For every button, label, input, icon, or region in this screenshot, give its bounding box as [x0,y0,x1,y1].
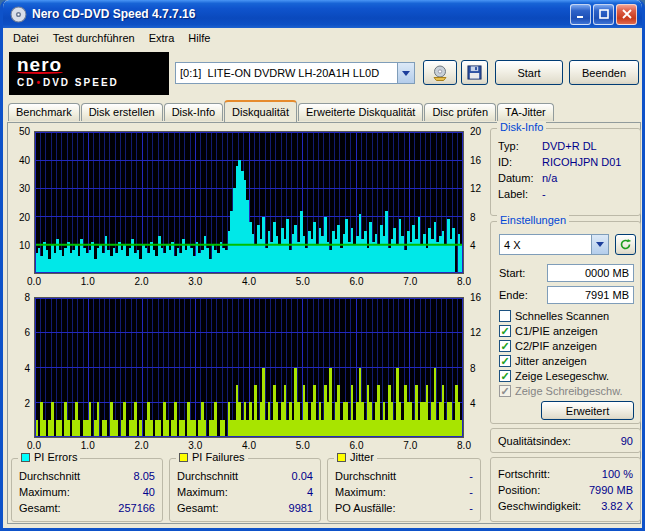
end-position-field[interactable]: 7991 MB [547,286,634,304]
x-axis-tick-label: 0.0 [27,440,41,451]
x-axis-tick-label: 0.0 [27,276,41,287]
x-axis-tick-label: 5.0 [296,440,310,451]
checkbox-zeige-lesegeschw[interactable]: ✓Zeige Lesegeschw. [499,368,634,383]
stat-row: Maximum:4 [177,484,313,500]
stat-row: Gesamt:9981 [177,500,313,516]
eject-disc-button[interactable] [423,60,457,85]
stat-row: Maximum:40 [19,484,155,500]
logo-dvd: DVD [43,77,70,88]
menu-extra[interactable]: Extra [142,29,182,47]
checkbox-box: ✓ [499,370,511,382]
y-axis-tick-label: 10 [19,240,30,251]
pi-errors-legend-swatch [21,453,30,462]
progress-rows: Fortschritt:100 %Position:7990 MBGeschwi… [498,466,633,514]
save-button[interactable] [461,60,488,85]
start-button[interactable]: Start [495,60,563,85]
chevron-down-icon [596,242,604,247]
pi-errors-plot-area [34,131,464,274]
maximize-button[interactable] [593,4,614,25]
quality-index-label: Qualitätsindex: [498,435,571,447]
nero-brand-text: nero [17,55,161,74]
refresh-icon [619,238,632,251]
nero-logo: nero CD•DVD SPEED [9,52,169,95]
tab-ta-jitter[interactable]: TA-Jitter [497,103,554,121]
pi-failures-chart: 8642 161284 0.01.02.03.04.05.06.07.08.0 [11,297,487,453]
progress-row: Fortschritt:100 % [498,466,633,482]
checkbox-schnelles-scannen[interactable]: Schnelles Scannen [499,308,634,323]
progress-row: Geschwindigkeit:3.82 X [498,498,633,514]
disk-info-row: Datum:n/a [498,170,633,186]
start-position-field[interactable]: 0000 MB [547,264,634,282]
disk-info-group: Disk-Info Typ:DVD+R DLID:RICOHJPN D01Dat… [490,128,641,216]
x-axis-tick-label: 7.0 [403,276,417,287]
quality-index-value: 90 [621,435,633,447]
y-axis-tick-label: 50 [19,126,30,137]
drive-select-dropdown-button[interactable] [397,63,414,83]
tab-erweiterte-diskqualität[interactable]: Erweiterte Diskqualität [298,103,423,121]
progress-row: Position:7990 MB [498,482,633,498]
drive-select[interactable]: [0:1] LITE-ON DVDRW LH-20A1H LL0D [175,62,415,84]
checkbox-zeige-schreibgeschw[interactable]: ✓Zeige Schreibgeschw. [499,383,634,398]
pi-failures-left-axis: 8642 [11,297,32,438]
settings-title: Einstellungen [497,214,569,226]
close-button[interactable] [616,4,637,25]
menu-hilfe[interactable]: Hilfe [181,29,217,47]
y-axis-tick-label: 12 [470,183,481,194]
y-axis-tick-label: 8 [470,362,476,373]
y-axis-tick-label: 30 [19,183,30,194]
x-axis-tick-label: 2.0 [135,440,149,451]
pi-errors-left-axis: 5040302010 [11,131,32,274]
x-axis-tick-label: 3.0 [188,276,202,287]
tab-disc-prüfen[interactable]: Disc prüfen [424,103,496,121]
title-bar[interactable]: Nero CD-DVD Speed 4.7.7.16 [3,0,642,28]
logo-cd: CD [17,77,35,88]
y-axis-tick-label: 4 [24,362,30,373]
x-axis-tick-label: 8.0 [457,440,471,451]
quit-button[interactable]: Beenden [569,60,639,85]
y-axis-tick-label: 20 [19,211,30,222]
logo-speed: SPEED [70,77,119,88]
y-axis-tick-label: 16 [470,292,481,303]
tab-disk-erstellen[interactable]: Disk erstellen [81,103,163,121]
x-axis-tick-label: 7.0 [403,440,417,451]
minimize-button[interactable] [570,4,591,25]
pi-errors-x-axis: 0.01.02.03.04.05.06.07.08.0 [34,276,464,288]
disk-info-row: Label:- [498,186,633,202]
y-axis-tick-label: 8 [24,292,30,303]
checkbox-box: ✓ [499,340,511,352]
stat-row: Gesamt:257166 [19,500,155,516]
menu-test-durchführen[interactable]: Test durchführen [46,29,142,47]
stat-row: Maximum:- [335,484,473,500]
pi-errors-chart: 5040302010 20161284 0.01.02.03.04.05.06.… [11,131,487,289]
advanced-button[interactable]: Erweitert [541,401,634,420]
logo-dot: • [36,77,42,88]
cd-disc-icon [10,6,27,23]
checkbox-c1-pie-anzeigen[interactable]: ✓C1/PIE anzeigen [499,323,634,338]
checkbox-jitter-anzeigen[interactable]: ✓Jitter anzeigen [499,353,634,368]
scan-speed-dropdown-button[interactable] [591,235,608,254]
window-title: Nero CD-DVD Speed 4.7.7.16 [32,7,570,21]
scan-speed-value: 4 X [500,239,591,251]
x-axis-tick-label: 3.0 [188,440,202,451]
tab-strip: BenchmarkDisk erstellenDisk-InfoDiskqual… [8,100,555,123]
tab-disk-info[interactable]: Disk-Info [164,103,223,121]
scan-speed-select[interactable]: 4 X [499,234,609,255]
y-axis-tick-label: 4 [470,240,476,251]
y-axis-tick-label: 16 [470,154,481,165]
disc-hand-icon [429,65,451,81]
tab-diskqualität[interactable]: Diskqualität [224,100,297,122]
refresh-button[interactable] [615,234,636,255]
x-axis-tick-label: 1.0 [81,276,95,287]
disk-info-rows: Typ:DVD+R DLID:RICOHJPN D01Datum:n/aLabe… [498,138,633,202]
stat-row: Durchschnitt8.05 [19,468,155,484]
x-axis-tick-label: 5.0 [296,276,310,287]
save-icon [467,65,482,80]
x-axis-tick-label: 2.0 [135,276,149,287]
checkbox-c2-pif-anzeigen[interactable]: ✓C2/PIF anzeigen [499,338,634,353]
jitter-legend-swatch [337,453,346,462]
stats-group-jitter: JitterDurchschnitt-Maximum:-PO Ausfälle:… [327,458,481,522]
start-position-label: Start: [499,267,525,279]
y-axis-tick-label: 8 [470,211,476,222]
tab-benchmark[interactable]: Benchmark [8,103,80,121]
menu-datei[interactable]: Datei [6,29,46,47]
